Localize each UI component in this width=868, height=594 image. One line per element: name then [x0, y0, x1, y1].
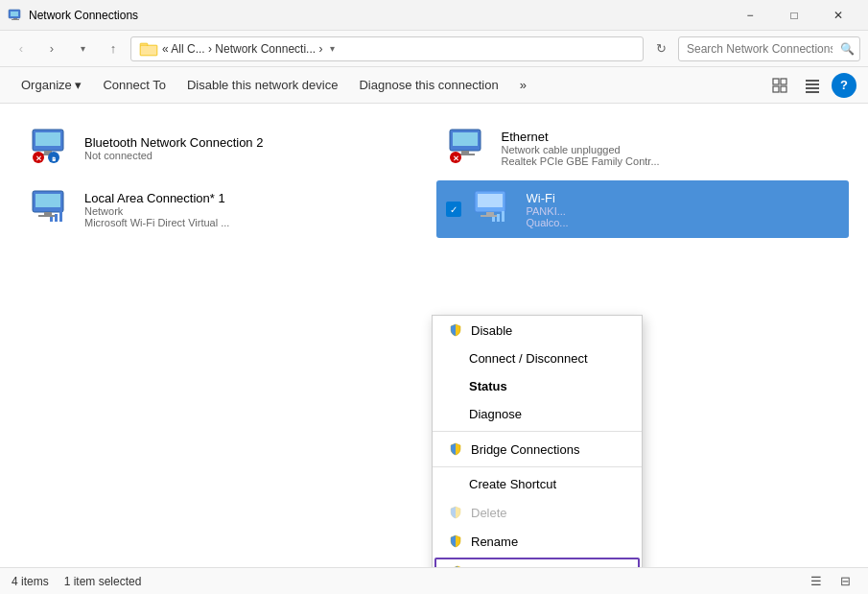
- wifi-computer-icon: [471, 186, 509, 225]
- recent-locations-button[interactable]: ▾: [69, 36, 96, 62]
- local-name: Local Area Connection* 1: [84, 191, 423, 205]
- svg-rect-34: [55, 214, 58, 222]
- bluetooth-detail: Not connected: [84, 150, 423, 161]
- wifi-info: Wi-Fi PANKI... Qualco...: [527, 191, 840, 228]
- svg-rect-30: [35, 194, 60, 207]
- wifi-direct-icon: [29, 186, 67, 225]
- svg-rect-24: [453, 132, 478, 146]
- context-disable-label: Disable: [471, 323, 512, 338]
- network-item-wifi[interactable]: ✓ Wi-Fi PANKI...: [436, 180, 850, 238]
- svg-rect-40: [492, 217, 495, 222]
- item-count: 4 items: [12, 575, 49, 588]
- organize-button[interactable]: Organize ▾: [12, 72, 91, 99]
- wifi-selected-checkmark: ✓: [446, 202, 461, 217]
- selected-count: 1 item selected: [64, 575, 142, 588]
- wifi-detail2: Qualco...: [527, 217, 840, 228]
- context-connect-disconnect[interactable]: Connect / Disconnect: [433, 345, 642, 372]
- context-separator-2: [433, 466, 642, 467]
- disable-network-button[interactable]: Disable this network device: [177, 72, 348, 99]
- search-wrapper: 🔍: [678, 36, 860, 61]
- svg-rect-10: [781, 86, 786, 92]
- ethernet-info: Ethernet Network cable unplugged Realtek…: [502, 130, 840, 167]
- search-input[interactable]: [678, 36, 860, 61]
- forward-button[interactable]: ›: [38, 36, 65, 62]
- svg-rect-5: [140, 43, 148, 46]
- ethernet-detail2: Realtek PCIe GBE Family Contr...: [502, 155, 840, 167]
- svg-rect-8: [781, 79, 786, 84]
- back-button[interactable]: ‹: [8, 36, 35, 62]
- status-bar: 4 items 1 item selected ☰ ⊟: [0, 567, 868, 594]
- context-bridge-label: Bridge Connections: [471, 442, 579, 457]
- local-detail2: Microsoft Wi-Fi Direct Virtual ...: [84, 217, 423, 228]
- context-disable[interactable]: Disable: [433, 316, 642, 345]
- list-view-button[interactable]: ☰: [805, 570, 828, 593]
- diagnose-button[interactable]: Diagnose this connection: [349, 72, 507, 99]
- breadcrumb-text: « All C... › Network Connecti... ›: [162, 42, 322, 56]
- svg-rect-1: [11, 12, 18, 16]
- svg-rect-35: [59, 211, 62, 222]
- context-create-shortcut-label: Create Shortcut: [469, 477, 556, 491]
- search-icon: 🔍: [840, 42, 855, 56]
- close-button[interactable]: ✕: [816, 0, 860, 31]
- breadcrumb-dropdown[interactable]: ▾: [330, 43, 335, 54]
- svg-rect-25: [461, 151, 469, 154]
- svg-rect-42: [502, 211, 504, 222]
- minimize-button[interactable]: −: [728, 0, 772, 31]
- context-properties-label: Properties: [473, 565, 529, 568]
- folder-icon: [139, 41, 158, 57]
- toolbar: Organize ▾ Connect To Disable this netwo…: [0, 67, 868, 104]
- bluetooth-icon-wrapper: ✕ ʙ: [29, 125, 75, 171]
- context-rename-label: Rename: [471, 535, 518, 549]
- context-status[interactable]: Status: [433, 372, 642, 400]
- window-controls: − □ ✕: [728, 0, 860, 31]
- shield-delete-icon: [448, 505, 463, 520]
- change-folder-view-button[interactable]: [766, 72, 793, 99]
- network-item-ethernet[interactable]: ✕ Ethernet Network cable unplugged Realt…: [436, 119, 850, 177]
- tile-view-button[interactable]: ⊟: [833, 570, 856, 593]
- context-separator-1: [433, 431, 642, 432]
- svg-rect-14: [806, 91, 819, 93]
- local-info: Local Area Connection* 1 Network Microso…: [84, 191, 423, 228]
- network-items-grid: ✕ ʙ Bluetooth Network Connection 2 Not c…: [0, 104, 868, 253]
- bluetooth-info: Bluetooth Network Connection 2 Not conne…: [84, 135, 423, 161]
- bluetooth-name: Bluetooth Network Connection 2: [84, 135, 423, 150]
- context-bridge[interactable]: Bridge Connections: [433, 435, 642, 463]
- context-delete[interactable]: Delete: [433, 498, 642, 527]
- content-area: ✕ ʙ Bluetooth Network Connection 2 Not c…: [0, 104, 868, 567]
- context-menu: Disable Connect / Disconnect Status Diag…: [432, 315, 643, 567]
- network-item-bluetooth[interactable]: ✕ ʙ Bluetooth Network Connection 2 Not c…: [19, 119, 433, 177]
- wifi-detail1: PANKI...: [527, 205, 840, 217]
- context-diagnose[interactable]: Diagnose: [433, 400, 642, 428]
- svg-rect-41: [497, 214, 500, 222]
- ethernet-name: Ethernet: [502, 130, 840, 144]
- svg-rect-33: [50, 217, 53, 222]
- svg-rect-31: [44, 212, 52, 215]
- help-button[interactable]: ?: [832, 73, 856, 98]
- folder-view-icon: [772, 78, 787, 93]
- context-connect-label: Connect / Disconnect: [469, 351, 588, 366]
- svg-text:✕: ✕: [452, 154, 458, 163]
- ethernet-detail1: Network cable unplugged: [502, 144, 840, 155]
- network-item-local[interactable]: Local Area Connection* 1 Network Microso…: [19, 180, 433, 238]
- connect-to-button[interactable]: Connect To: [93, 72, 176, 99]
- svg-rect-7: [773, 79, 779, 84]
- context-create-shortcut[interactable]: Create Shortcut: [433, 470, 642, 498]
- details-icon: [805, 78, 820, 93]
- status-view-controls: ☰ ⊟: [805, 570, 856, 593]
- shield-properties-icon: [450, 564, 465, 567]
- app-window: Network Connections − □ ✕ ‹ › ▾ ↑ « All …: [0, 0, 868, 594]
- maximize-button[interactable]: □: [772, 0, 816, 31]
- context-rename[interactable]: Rename: [433, 527, 642, 556]
- address-bar: ‹ › ▾ ↑ « All C... › Network Connecti...…: [0, 31, 868, 67]
- details-view-button[interactable]: [799, 72, 826, 99]
- refresh-button[interactable]: ↻: [647, 36, 674, 62]
- more-button[interactable]: »: [510, 72, 536, 99]
- address-input-box[interactable]: « All C... › Network Connecti... › ▾: [130, 36, 644, 61]
- local-detail1: Network: [84, 205, 423, 217]
- svg-rect-13: [806, 87, 819, 89]
- svg-rect-16: [35, 132, 60, 146]
- context-properties[interactable]: Properties: [434, 558, 640, 567]
- up-button[interactable]: ↑: [100, 36, 127, 62]
- svg-rect-12: [806, 83, 819, 85]
- wifi-icon-wrapper: [471, 186, 517, 232]
